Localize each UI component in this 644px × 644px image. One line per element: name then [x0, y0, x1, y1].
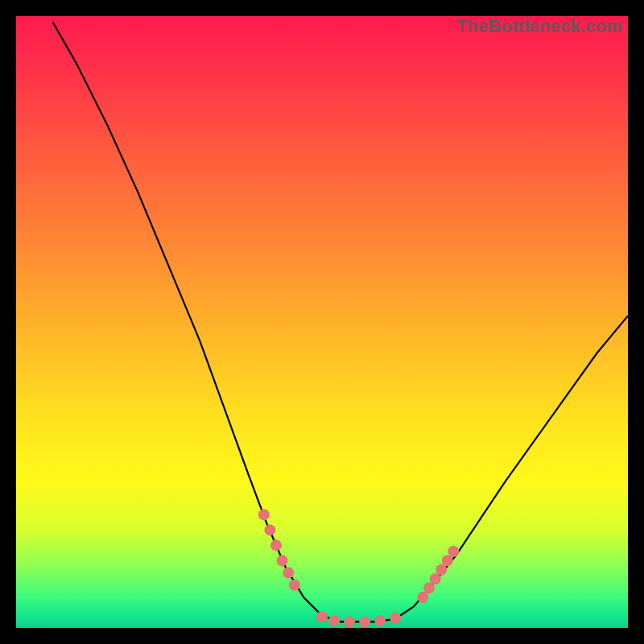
- chart-frame: TheBottleneck.com: [0, 0, 644, 644]
- data-marker: [436, 564, 447, 576]
- data-marker: [423, 583, 435, 594]
- data-marker: [374, 615, 386, 626]
- chart-plot-area: TheBottleneck.com: [16, 16, 628, 628]
- data-marker: [390, 613, 401, 624]
- data-marker: [283, 568, 294, 579]
- data-marker: [328, 615, 340, 626]
- chart-svg: [16, 16, 628, 628]
- data-marker: [448, 546, 459, 557]
- data-marker: [264, 524, 275, 535]
- data-marker: [417, 592, 428, 603]
- data-marker: [289, 580, 300, 591]
- data-marker: [316, 611, 328, 622]
- data-marker: [270, 539, 282, 551]
- data-marker: [442, 555, 453, 566]
- data-marker: [258, 509, 270, 520]
- bottleneck-curve: [53, 23, 628, 622]
- data-marker: [277, 555, 288, 566]
- marker-group: [258, 509, 460, 627]
- data-marker: [430, 573, 441, 584]
- data-marker: [344, 616, 355, 627]
- data-marker: [359, 616, 370, 627]
